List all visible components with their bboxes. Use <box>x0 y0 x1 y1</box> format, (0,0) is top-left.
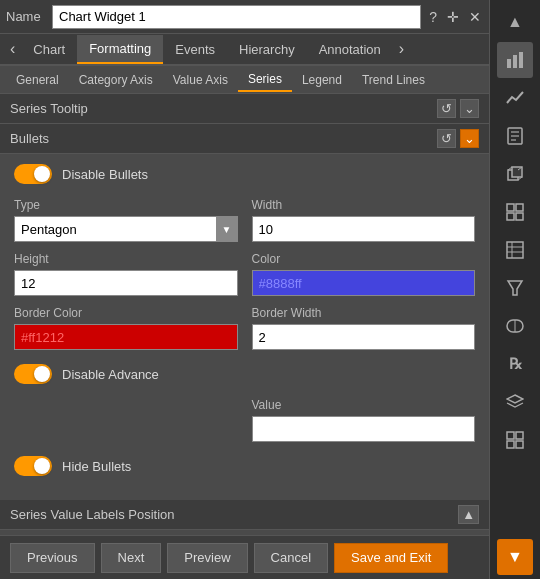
series-tooltip-section: Series Tooltip ↺ ⌄ <box>0 94 489 124</box>
series-value-labels-section: Series Value Labels Position ▲ <box>0 500 489 530</box>
border-width-label: Border Width <box>252 306 476 320</box>
border-width-group: Border Width <box>252 306 476 350</box>
expand-icon[interactable]: ⌄ <box>460 99 479 118</box>
sidebar-more-icon[interactable] <box>497 422 533 458</box>
sidebar-funnel-icon[interactable] <box>497 270 533 306</box>
bullets-collapse-icon[interactable]: ⌄ <box>460 129 479 148</box>
widget-name-input[interactable] <box>52 5 421 29</box>
svg-rect-12 <box>507 204 514 211</box>
subtab-series[interactable]: Series <box>238 68 292 92</box>
svg-rect-15 <box>516 213 523 220</box>
sidebar-linechart-icon[interactable] <box>497 80 533 116</box>
content-area: Series Tooltip ↺ ⌄ Bullets ↺ ⌄ <box>0 94 489 535</box>
svg-rect-16 <box>507 242 523 258</box>
sidebar-down-icon[interactable]: ▼ <box>497 539 533 575</box>
cancel-button[interactable]: Cancel <box>254 543 328 573</box>
hide-bullets-toggle[interactable] <box>14 456 52 476</box>
svg-rect-1 <box>513 55 517 68</box>
tab-hierarchy[interactable]: Hierarchy <box>227 36 307 63</box>
sub-tabs: General Category Axis Value Axis Series … <box>0 66 489 94</box>
bullets-section: Bullets ↺ ⌄ <box>0 124 489 154</box>
form-grid-1: Type Pentagon Circle Square Diamond Tria… <box>14 198 475 242</box>
disable-bullets-toggle[interactable] <box>14 164 52 184</box>
subtab-category-axis[interactable]: Category Axis <box>69 69 163 91</box>
sidebar-up-icon[interactable]: ▲ <box>497 4 533 40</box>
save-exit-button[interactable]: Save and Exit <box>334 543 448 573</box>
color-group: Color <box>252 252 476 296</box>
subtab-general[interactable]: General <box>6 69 69 91</box>
svg-rect-25 <box>516 432 523 439</box>
refresh-icon[interactable]: ↺ <box>437 99 456 118</box>
title-icons: ? ✛ ✕ <box>427 7 483 27</box>
svg-marker-23 <box>507 395 523 403</box>
tab-annotation[interactable]: Annotation <box>307 36 393 63</box>
width-label: Width <box>252 198 476 212</box>
name-label: Name <box>6 9 46 24</box>
type-select-wrapper: Pentagon Circle Square Diamond Triangle … <box>14 216 238 242</box>
nav-next-arrow[interactable]: › <box>393 40 410 58</box>
height-input[interactable] <box>14 270 238 296</box>
sidebar-cube-icon[interactable] <box>497 156 533 192</box>
value-row: Value <box>14 398 475 442</box>
svg-rect-26 <box>507 441 514 448</box>
bullets-refresh-icon[interactable]: ↺ <box>437 129 456 148</box>
height-label: Height <box>14 252 238 266</box>
tab-events[interactable]: Events <box>163 36 227 63</box>
value-spacer <box>14 398 238 442</box>
sidebar-document-icon[interactable] <box>497 118 533 154</box>
subtab-legend[interactable]: Legend <box>292 69 352 91</box>
width-input[interactable] <box>252 216 476 242</box>
sidebar-table-icon[interactable] <box>497 232 533 268</box>
preview-button[interactable]: Preview <box>167 543 247 573</box>
nav-prev-arrow[interactable]: ‹ <box>4 40 21 58</box>
tab-chart[interactable]: Chart <box>21 36 77 63</box>
subtab-value-axis[interactable]: Value Axis <box>163 69 238 91</box>
sidebar-grid-icon[interactable] <box>497 194 533 230</box>
section-bullets-icons: ↺ ⌄ <box>437 129 479 148</box>
svg-rect-13 <box>516 204 523 211</box>
hide-bullets-label: Hide Bullets <box>62 459 131 474</box>
sidebar-rx-icon[interactable]: ℞ <box>497 346 533 382</box>
border-color-group: Border Color <box>14 306 238 350</box>
disable-advance-label: Disable Advance <box>62 367 159 382</box>
type-group: Type Pentagon Circle Square Diamond Tria… <box>14 198 238 242</box>
hide-bullets-row: Hide Bullets <box>14 456 475 476</box>
series-tooltip-label: Series Tooltip <box>10 101 88 116</box>
border-color-label: Border Color <box>14 306 238 320</box>
value-label: Value <box>252 398 476 412</box>
value-input[interactable] <box>252 416 476 442</box>
svg-rect-24 <box>507 432 514 439</box>
disable-advance-toggle[interactable] <box>14 364 52 384</box>
color-input[interactable] <box>252 270 476 296</box>
sidebar-pill-icon[interactable] <box>497 308 533 344</box>
subtab-trend-lines[interactable]: Trend Lines <box>352 69 435 91</box>
series-collapse-icon[interactable]: ▲ <box>458 505 479 524</box>
disable-advance-row: Disable Advance <box>14 364 475 384</box>
svg-rect-2 <box>519 52 523 68</box>
right-sidebar: ▲ <box>490 0 540 579</box>
sidebar-barchart-icon[interactable] <box>497 42 533 78</box>
type-label: Type <box>14 198 238 212</box>
next-button[interactable]: Next <box>101 543 162 573</box>
form-grid-3: Border Color Border Width <box>14 306 475 350</box>
bottom-bar: Previous Next Preview Cancel Save and Ex… <box>0 535 489 579</box>
close-icon[interactable]: ✕ <box>467 7 483 27</box>
help-icon[interactable]: ? <box>427 7 439 27</box>
svg-rect-14 <box>507 213 514 220</box>
nav-tabs: ‹ Chart Formatting Events Hierarchy Anno… <box>0 34 489 66</box>
border-width-input[interactable] <box>252 324 476 350</box>
series-value-labels-label: Series Value Labels Position <box>10 507 175 522</box>
value-group: Value <box>252 398 476 442</box>
height-group: Height <box>14 252 238 296</box>
sidebar-layers-icon[interactable] <box>497 384 533 420</box>
previous-button[interactable]: Previous <box>10 543 95 573</box>
section-series-icons: ▲ <box>458 505 479 524</box>
svg-marker-20 <box>508 281 522 295</box>
type-select[interactable]: Pentagon Circle Square Diamond Triangle <box>14 216 238 242</box>
border-color-input[interactable] <box>14 324 238 350</box>
disable-bullets-label: Disable Bullets <box>62 167 148 182</box>
move-icon[interactable]: ✛ <box>445 7 461 27</box>
tab-formatting[interactable]: Formatting <box>77 35 163 64</box>
width-group: Width <box>252 198 476 242</box>
bullets-label: Bullets <box>10 131 49 146</box>
